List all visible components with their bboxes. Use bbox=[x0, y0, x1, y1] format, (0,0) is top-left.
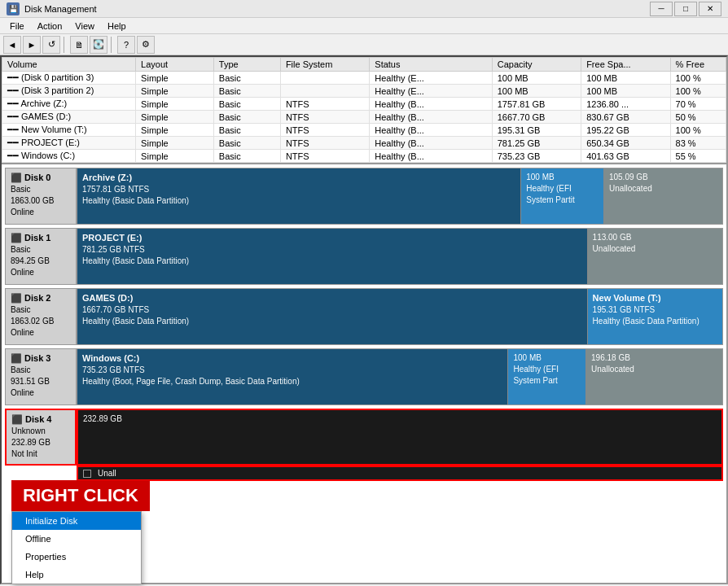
table-row[interactable]: ━━ New Volume (T:) Simple Basic NTFS Hea… bbox=[2, 124, 726, 137]
context-menu-item[interactable]: Offline bbox=[12, 530, 141, 548]
header-free[interactable]: Free Spa... bbox=[581, 58, 670, 72]
cell-free: 195.22 GB bbox=[581, 124, 670, 137]
header-status[interactable]: Status bbox=[370, 58, 492, 72]
partition-status: Healthy (Basic Data Partition) bbox=[82, 316, 582, 327]
disk-partitions-4: 232.89 GB bbox=[77, 409, 723, 466]
properties-button[interactable]: 🗎 bbox=[70, 36, 88, 54]
header-layout[interactable]: Layout bbox=[136, 58, 214, 72]
disk-type: Basic bbox=[11, 244, 71, 256]
partition-4-0[interactable]: 232.89 GB bbox=[78, 410, 721, 464]
disk-button[interactable]: 💽 bbox=[90, 36, 107, 54]
volume-list: Volume Layout Type File System Status Ca… bbox=[2, 57, 726, 164]
table-row[interactable]: ━━ GAMES (D:) Simple Basic NTFS Healthy … bbox=[2, 111, 726, 124]
cell-layout: Simple bbox=[136, 137, 214, 150]
partition-0-1[interactable]: 100 MBHealthy (EFI System Partit bbox=[521, 168, 604, 224]
partition-2-1[interactable]: New Volume (T:)195.31 GB NTFSHealthy (Ba… bbox=[588, 289, 722, 344]
table-row[interactable]: ━━ Archive (Z:) Simple Basic NTFS Health… bbox=[2, 98, 726, 111]
table-row[interactable]: ━━ (Disk 0 partition 3) Simple Basic Hea… bbox=[2, 72, 726, 85]
disk-type: Basic bbox=[11, 304, 71, 316]
disk-label-4[interactable]: ⬛ Disk 4 Unknown 232.89 GB Not Init bbox=[5, 409, 77, 466]
back-button[interactable]: ◄ bbox=[3, 36, 21, 54]
partition-name: New Volume (T:) bbox=[593, 292, 717, 304]
table-row[interactable]: ━━ (Disk 3 partition 2) Simple Basic Hea… bbox=[2, 85, 726, 98]
partition-status: Unallocated bbox=[609, 183, 717, 195]
disk-label-1[interactable]: ⬛ Disk 1 Basic 894.25 GB Online bbox=[5, 228, 77, 285]
app-icon: 💾 bbox=[7, 2, 20, 15]
context-menu-item[interactable]: Initialize Disk bbox=[12, 512, 141, 530]
disk-label-3[interactable]: ⬛ Disk 3 Basic 931.51 GB Online bbox=[5, 348, 77, 405]
partition-1-1[interactable]: 113.00 GBUnallocated bbox=[588, 229, 722, 284]
partition-status: Healthy (EFI System Part bbox=[513, 364, 581, 387]
disk-size: 894.25 GB bbox=[11, 256, 71, 267]
cell-pctfree: 50 % bbox=[670, 111, 726, 124]
cell-capacity: 735.23 GB bbox=[492, 150, 581, 163]
cell-type: Basic bbox=[213, 98, 280, 111]
disk-type: Basic bbox=[11, 184, 71, 195]
context-menu-item[interactable]: Properties bbox=[12, 548, 141, 566]
cell-status: Healthy (B... bbox=[370, 98, 492, 111]
cell-volume: ━━ (Disk 0 partition 3) bbox=[2, 72, 136, 85]
cell-pctfree: 70 % bbox=[670, 98, 726, 111]
partition-status: Healthy (EFI System Partit bbox=[526, 183, 599, 206]
cell-free: 100 MB bbox=[581, 72, 670, 85]
partition-size: 1757.81 GB NTFS bbox=[82, 184, 515, 195]
toolbar: ◄ ► ↺ 🗎 💽 ? ⚙ bbox=[0, 34, 728, 55]
toolbar-sep-2 bbox=[111, 37, 114, 53]
cell-free: 401.63 GB bbox=[581, 150, 670, 163]
close-button[interactable]: ✕ bbox=[699, 2, 721, 16]
partition-status: Healthy (Basic Data Partition) bbox=[82, 256, 582, 267]
partition-3-0[interactable]: Windows (C:)735.23 GB NTFSHealthy (Boot,… bbox=[77, 349, 508, 405]
partition-2-0[interactable]: GAMES (D:)1667.70 GB NTFSHealthy (Basic … bbox=[77, 289, 588, 344]
cell-volume: ━━ GAMES (D:) bbox=[2, 111, 136, 124]
cell-capacity: 1667.70 GB bbox=[492, 111, 581, 124]
partition-name: GAMES (D:) bbox=[82, 292, 582, 304]
partition-0-0[interactable]: Archive (Z:)1757.81 GB NTFSHealthy (Basi… bbox=[77, 168, 521, 224]
help-button[interactable]: ? bbox=[117, 36, 135, 54]
maximize-button[interactable]: □ bbox=[674, 2, 697, 16]
disk-id: ⬛ Disk 2 bbox=[11, 292, 71, 304]
disk-id: ⬛ Disk 4 bbox=[11, 413, 70, 426]
menu-action[interactable]: Action bbox=[31, 20, 69, 33]
partition-0-2[interactable]: 105.09 GBUnallocated bbox=[604, 168, 722, 224]
cell-layout: Simple bbox=[136, 150, 214, 163]
menu-file[interactable]: File bbox=[3, 20, 31, 33]
disk-status: Online bbox=[11, 327, 71, 339]
cell-capacity: 195.31 GB bbox=[492, 124, 581, 137]
menu-help[interactable]: Help bbox=[101, 20, 133, 33]
title-bar: 💾 Disk Management ─ □ ✕ bbox=[0, 0, 728, 18]
disk-id: ⬛ Disk 1 bbox=[11, 232, 71, 244]
partition-size: 1667.70 GB NTFS bbox=[82, 304, 582, 316]
cell-volume: ━━ (Disk 3 partition 2) bbox=[2, 85, 136, 98]
header-volume[interactable]: Volume bbox=[2, 58, 136, 72]
disk-label-0[interactable]: ⬛ Disk 0 Basic 1863.00 GB Online bbox=[5, 168, 77, 225]
menu-view[interactable]: View bbox=[68, 20, 101, 33]
cell-type: Basic bbox=[213, 124, 280, 137]
partition-size: 232.89 GB bbox=[83, 413, 717, 425]
cell-pctfree: 83 % bbox=[670, 137, 726, 150]
cell-fs bbox=[280, 72, 369, 85]
partition-3-1[interactable]: 100 MBHealthy (EFI System Part bbox=[508, 349, 586, 405]
forward-button[interactable]: ► bbox=[23, 36, 41, 54]
cell-layout: Simple bbox=[136, 111, 214, 124]
partition-size: 113.00 GB bbox=[593, 232, 717, 243]
header-capacity[interactable]: Capacity bbox=[492, 58, 581, 72]
refresh-button[interactable]: ↺ bbox=[42, 36, 60, 54]
header-pctfree[interactable]: % Free bbox=[670, 58, 726, 72]
table-row[interactable]: ━━ PROJECT (E:) Simple Basic NTFS Health… bbox=[2, 137, 726, 150]
partition-3-2[interactable]: 196.18 GBUnallocated bbox=[586, 349, 722, 405]
cell-status: Healthy (B... bbox=[370, 124, 492, 137]
minimize-button[interactable]: ─ bbox=[650, 2, 673, 16]
table-row[interactable]: ━━ Windows (C:) Simple Basic NTFS Health… bbox=[2, 150, 726, 163]
cell-capacity: 100 MB bbox=[492, 85, 581, 98]
partition-status: Unallocated bbox=[593, 243, 717, 255]
disk-row-1: ⬛ Disk 1 Basic 894.25 GB Online PROJECT … bbox=[5, 228, 723, 285]
disk-label-2[interactable]: ⬛ Disk 2 Basic 1863.02 GB Online bbox=[5, 288, 77, 345]
context-menu-item[interactable]: Help bbox=[12, 566, 141, 584]
header-type[interactable]: Type bbox=[213, 58, 280, 72]
cell-type: Basic bbox=[213, 72, 280, 85]
partition-name: Archive (Z:) bbox=[82, 172, 515, 184]
partition-name: PROJECT (E:) bbox=[82, 232, 582, 244]
header-fs[interactable]: File System bbox=[280, 58, 369, 72]
partition-1-0[interactable]: PROJECT (E:)781.25 GB NTFSHealthy (Basic… bbox=[77, 229, 588, 284]
settings-button[interactable]: ⚙ bbox=[137, 36, 155, 54]
